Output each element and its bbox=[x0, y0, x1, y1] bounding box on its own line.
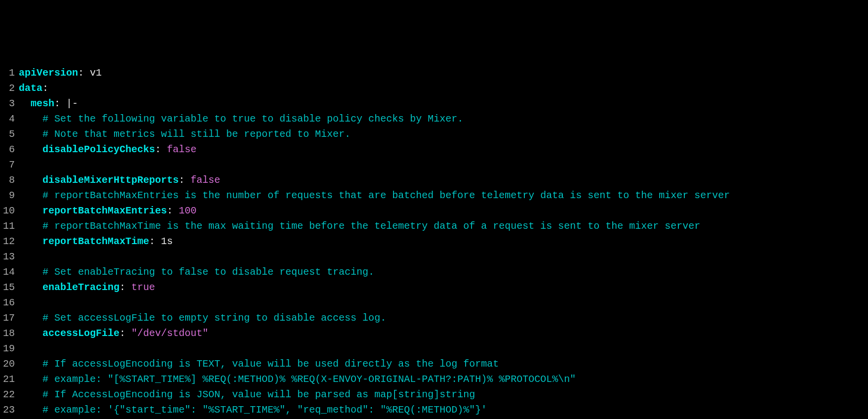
token-comment: # Note that metrics will still be report… bbox=[42, 128, 351, 140]
line-number: 12 bbox=[0, 234, 19, 249]
code-line[interactable]: 11 # reportBatchMaxTime is the max waiti… bbox=[0, 218, 868, 234]
code-content[interactable]: reportBatchMaxTime: 1s bbox=[19, 234, 868, 249]
code-content[interactable]: # reportBatchMaxTime is the max waiting … bbox=[19, 218, 868, 234]
line-number: 8 bbox=[0, 172, 19, 188]
token-colon: : bbox=[155, 144, 161, 155]
token-comment: # Set the following variable to true to … bbox=[42, 113, 463, 125]
code-line[interactable]: 15 enableTracing: true bbox=[0, 280, 868, 295]
line-number: 20 bbox=[0, 356, 19, 372]
code-content[interactable]: enableTracing: true bbox=[19, 280, 868, 295]
code-line[interactable]: 6 disablePolicyChecks: false bbox=[0, 142, 868, 157]
code-content[interactable]: # If accessLogEncoding is TEXT, value wi… bbox=[19, 356, 868, 372]
token-comment: # example: "[%START_TIME%] %REQ(:METHOD)… bbox=[42, 374, 576, 385]
code-content[interactable]: disableMixerHttpReports: false bbox=[19, 172, 868, 188]
token-plain bbox=[19, 266, 42, 278]
code-content[interactable] bbox=[19, 157, 868, 172]
line-number: 23 bbox=[0, 402, 19, 418]
code-content[interactable] bbox=[19, 341, 868, 356]
token-colon: : bbox=[167, 205, 173, 216]
line-number: 6 bbox=[0, 142, 19, 157]
line-number: 1 bbox=[0, 65, 19, 81]
token-colon: : bbox=[78, 67, 84, 79]
code-content[interactable] bbox=[19, 295, 868, 310]
code-line[interactable]: 21 # example: "[%START_TIME%] %REQ(:METH… bbox=[0, 372, 868, 387]
code-content[interactable]: # Set the following variable to true to … bbox=[19, 111, 868, 126]
token-key: apiVersion bbox=[19, 67, 78, 79]
token-plain bbox=[19, 220, 42, 232]
code-line[interactable]: 22 # If AccessLogEncoding is JSON, value… bbox=[0, 387, 868, 402]
code-content[interactable]: # Note that metrics will still be report… bbox=[19, 126, 868, 142]
code-content[interactable]: # example: "[%START_TIME%] %REQ(:METHOD)… bbox=[19, 372, 868, 387]
line-number: 17 bbox=[0, 310, 19, 326]
code-line[interactable]: 10 reportBatchMaxEntries: 100 bbox=[0, 203, 868, 218]
code-line[interactable]: 16 bbox=[0, 295, 868, 310]
token-colon: : bbox=[42, 83, 48, 94]
token-plain bbox=[19, 404, 42, 416]
token-plain bbox=[19, 98, 31, 109]
code-line[interactable]: 18 accessLogFile: "/dev/stdout" bbox=[0, 326, 868, 341]
code-line[interactable]: 13 bbox=[0, 249, 868, 264]
token-comment: # If accessLogEncoding is TEXT, value wi… bbox=[42, 358, 499, 370]
token-plain bbox=[19, 144, 42, 155]
code-content[interactable]: disablePolicyChecks: false bbox=[19, 142, 868, 157]
token-plain: 1s bbox=[155, 236, 173, 247]
code-content[interactable]: # Set accessLogFile to empty string to d… bbox=[19, 310, 868, 326]
code-line[interactable]: 17 # Set accessLogFile to empty string t… bbox=[0, 310, 868, 326]
line-number: 10 bbox=[0, 203, 19, 218]
token-plain bbox=[19, 312, 42, 324]
token-plain bbox=[185, 174, 191, 186]
code-line[interactable]: 8 disableMixerHttpReports: false bbox=[0, 172, 868, 188]
line-number: 7 bbox=[0, 157, 19, 172]
token-plain bbox=[19, 236, 42, 247]
token-strval: "/dev/stdout" bbox=[131, 328, 208, 339]
code-line[interactable]: 14 # Set enableTracing to false to disab… bbox=[0, 264, 868, 280]
code-line[interactable]: 23 # example: '{"start_time": "%START_TI… bbox=[0, 402, 868, 418]
code-content[interactable]: data: bbox=[19, 81, 868, 96]
token-key: reportBatchMaxEntries bbox=[42, 205, 167, 216]
code-line[interactable]: 7 bbox=[0, 157, 868, 172]
token-plain bbox=[60, 98, 66, 109]
code-line[interactable]: 4 # Set the following variable to true t… bbox=[0, 111, 868, 126]
token-numval: 100 bbox=[179, 205, 197, 216]
token-plain bbox=[19, 128, 42, 140]
code-content[interactable]: # If AccessLogEncoding is JSON, value wi… bbox=[19, 387, 868, 402]
token-comment: # Set accessLogFile to empty string to d… bbox=[42, 312, 386, 324]
token-plain bbox=[173, 205, 179, 216]
token-colon: : bbox=[149, 236, 155, 247]
code-content[interactable]: apiVersion: v1 bbox=[19, 65, 868, 81]
token-comment: # If AccessLogEncoding is JSON, value wi… bbox=[42, 389, 475, 400]
line-number: 2 bbox=[0, 81, 19, 96]
code-line[interactable]: 2data: bbox=[0, 81, 868, 96]
line-number: 21 bbox=[0, 372, 19, 387]
line-number: 11 bbox=[0, 218, 19, 234]
token-plain bbox=[161, 144, 167, 155]
code-content[interactable] bbox=[19, 249, 868, 264]
line-number: 13 bbox=[0, 249, 19, 264]
token-comment: # Set enableTracing to false to disable … bbox=[42, 266, 374, 278]
code-content[interactable]: # example: '{"start_time": "%START_TIME%… bbox=[19, 402, 868, 418]
token-plain bbox=[19, 205, 42, 216]
code-content[interactable]: # Set enableTracing to false to disable … bbox=[19, 264, 868, 280]
line-number: 5 bbox=[0, 126, 19, 142]
code-content[interactable]: mesh: |- bbox=[19, 96, 868, 111]
code-line[interactable]: 12 reportBatchMaxTime: 1s bbox=[0, 234, 868, 249]
token-plain bbox=[19, 389, 42, 400]
token-colon: : bbox=[119, 282, 125, 293]
code-content[interactable]: accessLogFile: "/dev/stdout" bbox=[19, 326, 868, 341]
line-number: 15 bbox=[0, 280, 19, 295]
code-content[interactable]: reportBatchMaxEntries: 100 bbox=[19, 203, 868, 218]
code-line[interactable]: 5 # Note that metrics will still be repo… bbox=[0, 126, 868, 142]
code-line[interactable]: 1apiVersion: v1 bbox=[0, 65, 868, 81]
token-key: disablePolicyChecks bbox=[42, 144, 155, 155]
token-plain bbox=[19, 190, 42, 201]
token-plain bbox=[19, 374, 42, 385]
token-plain bbox=[125, 282, 131, 293]
code-line[interactable]: 9 # reportBatchMaxEntries is the number … bbox=[0, 188, 868, 203]
code-editor[interactable]: 1apiVersion: v12data:3 mesh: |-4 # Set t… bbox=[0, 65, 868, 419]
token-boolval: false bbox=[167, 144, 197, 155]
code-content[interactable]: # reportBatchMaxEntries is the number of… bbox=[19, 188, 868, 203]
token-key: data bbox=[19, 83, 42, 94]
code-line[interactable]: 19 bbox=[0, 341, 868, 356]
code-line[interactable]: 3 mesh: |- bbox=[0, 96, 868, 111]
code-line[interactable]: 20 # If accessLogEncoding is TEXT, value… bbox=[0, 356, 868, 372]
